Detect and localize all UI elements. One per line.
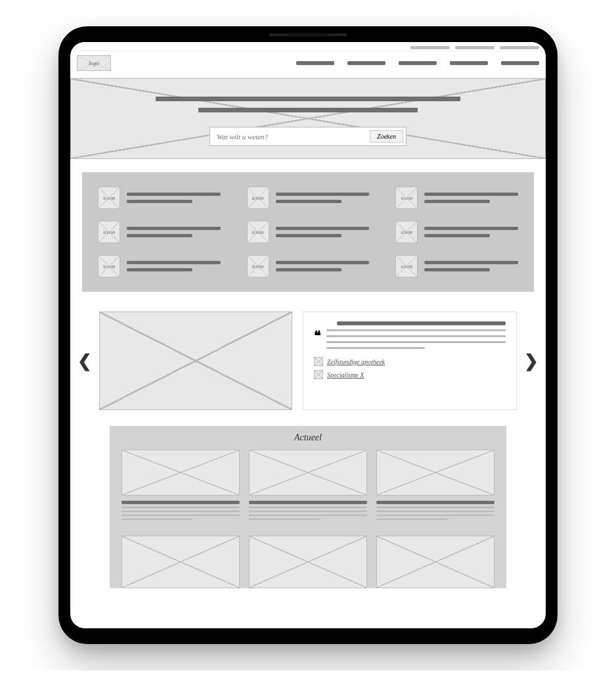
news-card[interactable] (121, 450, 240, 526)
tile-icon-label: icoon (103, 229, 115, 235)
tile[interactable]: icoon (395, 187, 518, 209)
tile-text (127, 193, 221, 203)
tile-icon: icoon (98, 187, 120, 209)
news-grid (121, 450, 495, 588)
tag-icon (314, 357, 323, 366)
tile-icon: icoon (98, 255, 120, 277)
tile-icon: icoon (247, 255, 269, 277)
tile[interactable]: icoon (395, 255, 518, 277)
tile[interactable]: icoon (98, 255, 221, 277)
slide-tags: Zelfstandige apotheek Specialisme X (314, 357, 506, 379)
tile-text (276, 227, 370, 237)
screen: logo Zoeken (70, 42, 546, 628)
tile-icon-label: icoon (103, 264, 115, 269)
news-card-body (249, 496, 367, 526)
tile-text (424, 261, 518, 271)
tile-icon-label: icoon (252, 229, 264, 235)
tile[interactable]: icoon (247, 255, 370, 277)
news-card[interactable] (121, 536, 240, 588)
chevron-left-icon: ❮ (77, 351, 92, 371)
news-card[interactable] (249, 536, 367, 588)
tile-icon: icoon (395, 255, 418, 277)
tag-link[interactable]: Specialisme X (314, 370, 506, 379)
tile-text (276, 193, 370, 203)
utility-link[interactable] (455, 46, 495, 49)
tile-icon-label: icoon (401, 264, 412, 269)
news-card[interactable] (376, 450, 495, 526)
news-card-image (249, 536, 367, 588)
news-card-body (121, 496, 240, 526)
tile-icon: icoon (98, 221, 120, 243)
tile-grid: icoon icoon icoon icoon icoon (82, 172, 534, 292)
tile-text (424, 227, 518, 237)
slide-image (99, 312, 292, 410)
news-card[interactable] (376, 536, 495, 588)
tile-icon-label: icoon (252, 264, 264, 269)
news-card-image (249, 450, 367, 496)
news-card-image (121, 536, 240, 588)
tile-icon-label: icoon (103, 195, 115, 201)
nav-item[interactable] (296, 61, 334, 65)
news-card[interactable] (249, 450, 367, 526)
tile-text (127, 227, 221, 237)
slide-text: ❝ Zelfstandige apotheek (303, 312, 517, 410)
nav-item[interactable] (347, 61, 385, 65)
main-nav: logo (70, 51, 546, 78)
tile-icon-label: icoon (252, 195, 264, 201)
tag-icon (314, 370, 323, 379)
hero-heading-line (198, 108, 418, 112)
tile-icon-label: icoon (401, 229, 412, 235)
tile[interactable]: icoon (98, 221, 221, 243)
nav-item[interactable] (399, 61, 437, 65)
hero-heading-line (156, 97, 460, 101)
slide-heading (337, 321, 506, 325)
quote-icon: ❝ (314, 329, 321, 342)
carousel-slide: ❝ Zelfstandige apotheek (99, 312, 517, 410)
search-bar: Zoeken (209, 127, 407, 146)
chevron-right-icon: ❯ (524, 351, 539, 371)
tile[interactable]: icoon (247, 187, 370, 209)
tag-label: Zelfstandige apotheek (327, 358, 385, 365)
tablet-frame: logo Zoeken (58, 26, 558, 644)
logo-label: logo (89, 60, 99, 66)
tile-icon: icoon (395, 221, 418, 243)
utility-nav (70, 42, 546, 51)
tile[interactable]: icoon (98, 187, 221, 209)
tag-link[interactable]: Zelfstandige apotheek (314, 357, 506, 366)
logo[interactable]: logo (77, 55, 111, 71)
carousel-next-button[interactable]: ❯ (522, 344, 540, 377)
nav-item[interactable] (501, 61, 539, 65)
nav-items (296, 61, 539, 65)
utility-link[interactable] (500, 46, 539, 49)
tag-label: Specialisme X (327, 371, 364, 379)
utility-link[interactable] (410, 46, 450, 49)
news-section: Actueel (110, 426, 506, 588)
news-card-image (121, 450, 240, 496)
nav-item[interactable] (450, 61, 488, 65)
tile-text (276, 261, 370, 271)
slide-body (326, 329, 506, 349)
news-card-image (376, 450, 495, 496)
news-card-body (376, 496, 495, 526)
tile-icon-label: icoon (401, 195, 412, 201)
search-input[interactable] (213, 130, 370, 143)
tile-icon: icoon (395, 187, 418, 209)
hero-content: Zoeken (70, 78, 546, 159)
tile-icon: icoon (247, 187, 269, 209)
news-heading: Actueel (121, 432, 495, 443)
search-button[interactable]: Zoeken (370, 130, 403, 143)
tile[interactable]: icoon (247, 221, 370, 243)
hero: Zoeken (70, 78, 546, 159)
tile[interactable]: icoon (395, 221, 518, 243)
testimonial-carousel: ❮ ❝ (70, 312, 546, 410)
tile-text (424, 193, 518, 203)
tile-icon: icoon (247, 221, 269, 243)
page: logo Zoeken (70, 42, 546, 628)
news-card-image (376, 536, 495, 588)
carousel-prev-button[interactable]: ❮ (76, 344, 94, 377)
tile-text (127, 261, 221, 271)
